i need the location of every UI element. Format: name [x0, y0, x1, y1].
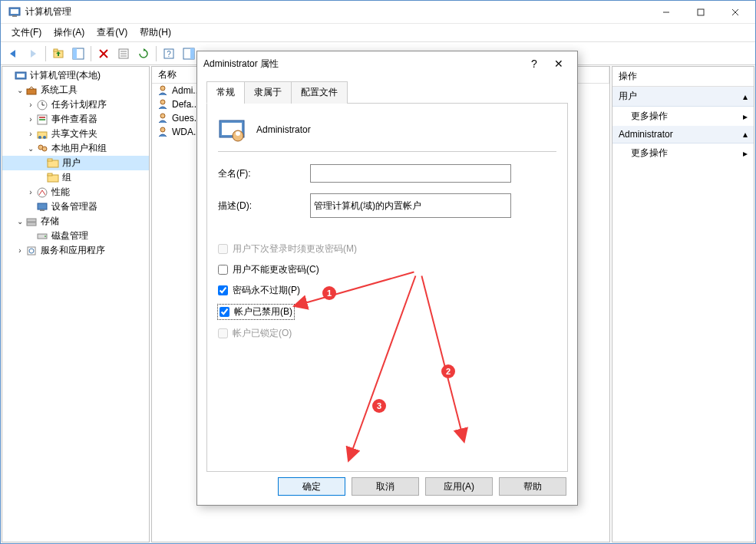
checkbox-never-expire-row[interactable]: 密码永不过期(P)	[218, 284, 556, 297]
maximize-button[interactable]	[683, 2, 718, 23]
checkbox-never-expire[interactable]	[218, 285, 228, 295]
dialog-button-row: 确定 取消 应用(A) 帮助	[278, 477, 566, 496]
tree-label: 本地用户和组	[51, 142, 107, 155]
toolbar-sep	[45, 46, 46, 61]
actions-more-administrator[interactable]: 更多操作 ▸	[612, 143, 754, 163]
help-button[interactable]: 帮助	[499, 477, 566, 496]
user-icon	[218, 116, 246, 143]
actions-header: 操作	[612, 67, 754, 87]
checkbox-cannot-change-row[interactable]: 用户不能更改密码(C)	[218, 263, 556, 276]
delete-button[interactable]	[94, 45, 113, 63]
menu-bar: 文件(F) 操作(A) 查看(V) 帮助(H)	[1, 24, 755, 42]
back-button[interactable]	[4, 45, 22, 63]
action-pane-button[interactable]	[180, 45, 198, 63]
svg-rect-40	[48, 159, 52, 161]
tab-general[interactable]: 常规	[206, 81, 245, 104]
window-titlebar: 计算机管理	[1, 1, 755, 24]
menu-help[interactable]: 帮助(H)	[134, 25, 177, 41]
tree-label: 用户	[62, 157, 81, 170]
svg-line-63	[349, 276, 416, 460]
apply-button[interactable]: 应用(A)	[425, 477, 493, 496]
svg-rect-45	[40, 209, 45, 211]
checkbox-label: 用户下次登录时须更改密码(M)	[233, 242, 357, 256]
tab-member-of[interactable]: 隶属于	[244, 81, 292, 104]
tab-profile[interactable]: 配置文件	[291, 81, 348, 104]
menu-file[interactable]: 文件(F)	[5, 25, 48, 41]
tree-event-viewer[interactable]: ›事件查看器	[2, 112, 149, 127]
list-label: Defa...	[172, 99, 199, 110]
up-button[interactable]	[49, 45, 68, 63]
checkbox-must-change	[218, 244, 228, 254]
svg-point-53	[160, 100, 165, 104]
tree-label: 任务计划程序	[51, 98, 107, 111]
actions-pane: 操作 用户 ▴ 更多操作 ▸ Administrator ▴ 更多操作 ▸	[612, 66, 754, 542]
tab-strip: 常规 隶属于 配置文件	[206, 81, 568, 104]
dialog-close-button[interactable]: ✕	[546, 58, 571, 70]
close-button[interactable]	[718, 2, 752, 23]
svg-rect-24	[190, 48, 194, 59]
help-button[interactable]: ?	[160, 45, 178, 63]
checkbox-account-locked	[218, 328, 228, 338]
forward-button[interactable]	[24, 45, 42, 63]
show-hide-tree-button[interactable]	[69, 45, 87, 63]
svg-point-43	[38, 188, 47, 197]
tree-label: 共享文件夹	[51, 127, 97, 140]
actions-more-users[interactable]: 更多操作 ▸	[612, 107, 754, 126]
menu-action[interactable]: 操作(A)	[48, 25, 91, 41]
tree-storage[interactable]: ⌄存储	[2, 214, 149, 229]
app-icon	[8, 6, 21, 18]
fullname-label: 全名(F):	[218, 167, 310, 180]
actions-section-users[interactable]: 用户 ▴	[612, 87, 754, 107]
fullname-input[interactable]	[310, 164, 511, 183]
tree-label: 系统工具	[41, 84, 78, 97]
description-input[interactable]	[310, 193, 511, 218]
collapse-icon: ▴	[743, 129, 748, 140]
ok-button[interactable]: 确定	[278, 477, 345, 496]
tree-users[interactable]: 用户	[2, 156, 149, 170]
menu-view[interactable]: 查看(V)	[91, 25, 134, 41]
tree-disk-management[interactable]: 磁盘管理	[2, 229, 149, 243]
svg-point-54	[160, 114, 165, 118]
checkbox-must-change-row: 用户下次登录时须更改密码(M)	[218, 242, 556, 256]
cancel-button[interactable]: 取消	[352, 477, 419, 496]
svg-rect-32	[39, 117, 45, 118]
svg-rect-33	[39, 119, 45, 120]
dialog-title: Administrator 属性	[203, 58, 522, 71]
tree-local-users[interactable]: ⌄本地用户和组	[2, 141, 149, 156]
svg-point-59	[236, 131, 240, 136]
annotation-badge-1: 1	[322, 286, 336, 300]
svg-point-55	[160, 127, 165, 132]
window-title: 计算机管理	[25, 5, 649, 18]
svg-text:?: ?	[167, 50, 171, 58]
fullname-row: 全名(F):	[218, 164, 556, 183]
properties-dialog: Administrator 属性 ? ✕ 常规 隶属于 配置文件 Adminis…	[196, 51, 578, 506]
dialog-body: 常规 隶属于 配置文件 Administrator 全名(F): 描述(D):	[197, 76, 577, 505]
dialog-titlebar: Administrator 属性 ? ✕	[197, 51, 577, 76]
tree-system-tools[interactable]: ⌄系统工具	[2, 83, 149, 97]
description-label: 描述(D):	[218, 199, 310, 213]
tree-device-manager[interactable]: 设备管理器	[2, 199, 149, 214]
checkbox-disabled-row[interactable]: 帐户已禁用(B)	[218, 305, 294, 319]
actions-section-administrator[interactable]: Administrator ▴	[612, 126, 754, 143]
checkbox-cannot-change[interactable]	[218, 265, 228, 275]
svg-rect-13	[73, 48, 77, 59]
checkbox-account-disabled[interactable]	[220, 307, 229, 317]
tree-groups[interactable]: 组	[2, 170, 149, 185]
minimize-button[interactable]	[649, 2, 683, 23]
properties-button[interactable]	[114, 45, 133, 63]
tree-task-scheduler[interactable]: ›任务计划程序	[2, 97, 149, 112]
svg-rect-10	[54, 49, 58, 51]
tree-performance[interactable]: ›性能	[2, 185, 149, 199]
tree-shared-folders[interactable]: ›共享文件夹	[2, 127, 149, 141]
tree-root[interactable]: 计算机管理(本地)	[2, 68, 149, 83]
svg-rect-47	[27, 223, 36, 226]
refresh-button[interactable]	[134, 45, 153, 63]
account-name: Administrator	[256, 124, 311, 135]
actions-section-label: Administrator	[619, 129, 673, 140]
svg-rect-2	[12, 15, 17, 17]
account-header: Administrator	[218, 116, 556, 143]
dialog-help-button[interactable]: ?	[522, 58, 546, 70]
actions-row-label: 更多操作	[631, 110, 668, 123]
tab-content-general: Administrator 全名(F): 描述(D): 用户下次登录时须更改密码…	[206, 104, 568, 472]
tree-services[interactable]: ›服务和应用程序	[2, 243, 149, 258]
